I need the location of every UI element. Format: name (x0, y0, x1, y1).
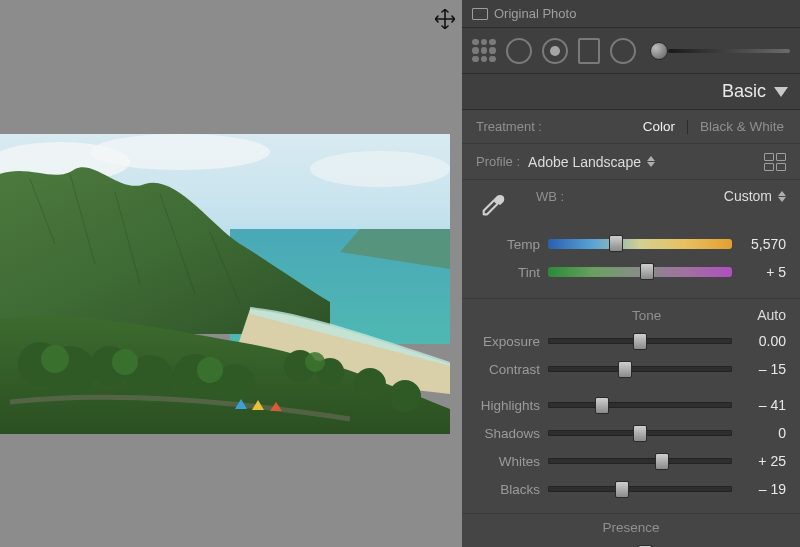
spot-removal-icon[interactable] (506, 38, 532, 64)
blacks-value[interactable]: – 19 (732, 481, 786, 497)
svg-point-4 (90, 134, 270, 170)
treatment-label: Treatment : (476, 119, 542, 134)
tint-slider-row: Tint + 5 (476, 258, 786, 286)
shadows-label: Shadows (476, 426, 548, 441)
exposure-value[interactable]: 0.00 (732, 333, 786, 349)
tint-value[interactable]: + 5 (732, 264, 786, 280)
mask-slider-knob[interactable] (650, 42, 668, 60)
treatment-color[interactable]: Color (641, 119, 677, 134)
exposure-thumb[interactable] (633, 333, 647, 350)
blacks-slider-row: Blacks– 19 (476, 475, 786, 503)
profile-stepper-icon[interactable] (647, 156, 655, 167)
highlights-label: Highlights (476, 398, 548, 413)
presence-block: Presence Texture + 7 (462, 514, 800, 547)
temp-value[interactable]: 5,570 (732, 236, 786, 252)
basic-section-header[interactable]: Basic (462, 74, 800, 110)
whites-value[interactable]: + 25 (732, 453, 786, 469)
temp-thumb[interactable] (609, 235, 623, 252)
exposure-slider-row: Exposure0.00 (476, 327, 786, 355)
basic-title: Basic (722, 81, 766, 102)
develop-panel: Original Photo Basic Treatment : Color B… (462, 0, 800, 547)
exposure-slider[interactable] (548, 338, 732, 344)
svg-point-15 (354, 368, 386, 400)
whites-slider[interactable] (548, 458, 732, 464)
original-photo-label: Original Photo (494, 6, 576, 21)
crop-tool-icon[interactable] (472, 39, 496, 63)
profile-browser-icon[interactable] (764, 153, 786, 171)
highlights-slider[interactable] (548, 402, 732, 408)
shadows-thumb[interactable] (633, 425, 647, 442)
tool-row (462, 28, 800, 74)
wb-value[interactable]: Custom (724, 188, 772, 204)
svg-point-19 (197, 357, 223, 383)
contrast-label: Contrast (476, 362, 548, 377)
original-photo-icon (472, 8, 488, 20)
whites-label: Whites (476, 454, 548, 469)
blacks-label: Blacks (476, 482, 548, 497)
shadows-slider-row: Shadows0 (476, 419, 786, 447)
tone-auto-button[interactable]: Auto (757, 307, 786, 323)
shadows-slider[interactable] (548, 430, 732, 436)
highlights-value[interactable]: – 41 (732, 397, 786, 413)
profile-row: Profile : Adobe Landscape (462, 144, 800, 180)
whites-slider-row: Whites+ 25 (476, 447, 786, 475)
tone-heading: Tone (536, 308, 757, 323)
original-photo-header[interactable]: Original Photo (462, 0, 800, 28)
move-cursor-icon (434, 8, 456, 30)
blacks-slider[interactable] (548, 486, 732, 492)
redeye-tool-icon[interactable] (542, 38, 568, 64)
canvas-area[interactable] (0, 0, 462, 547)
treatment-bw[interactable]: Black & White (698, 119, 786, 134)
svg-point-20 (305, 352, 325, 372)
svg-point-17 (41, 345, 69, 373)
wb-stepper-icon[interactable] (778, 191, 786, 202)
separator (687, 120, 688, 134)
tint-slider[interactable] (548, 267, 732, 277)
whites-thumb[interactable] (655, 453, 669, 470)
contrast-slider-row: Contrast– 15 (476, 355, 786, 383)
tint-thumb[interactable] (640, 263, 654, 280)
temp-label: Temp (476, 237, 548, 252)
white-balance-block: WB : Custom Temp 5,570 Tint + 5 (462, 180, 800, 299)
photo-preview[interactable] (0, 134, 450, 434)
graduated-filter-icon[interactable] (578, 38, 600, 64)
contrast-value[interactable]: – 15 (732, 361, 786, 377)
presence-heading: Presence (476, 520, 786, 535)
profile-label: Profile : (476, 154, 520, 169)
treatment-row: Treatment : Color Black & White (462, 110, 800, 144)
svg-point-5 (310, 151, 450, 187)
highlights-thumb[interactable] (595, 397, 609, 414)
highlights-slider-row: Highlights– 41 (476, 391, 786, 419)
shadows-value[interactable]: 0 (732, 425, 786, 441)
tone-block: Tone Auto Exposure0.00Contrast– 15Highli… (462, 299, 800, 514)
svg-point-16 (389, 380, 421, 412)
svg-point-18 (112, 349, 138, 375)
exposure-label: Exposure (476, 334, 548, 349)
texture-slider-row: Texture + 7 (476, 539, 786, 547)
mask-amount-slider[interactable] (650, 42, 790, 60)
temp-slider-row: Temp 5,570 (476, 230, 786, 258)
contrast-thumb[interactable] (618, 361, 632, 378)
profile-value[interactable]: Adobe Landscape (528, 154, 641, 170)
wb-label: WB : (536, 189, 564, 204)
tint-label: Tint (476, 265, 548, 280)
contrast-slider[interactable] (548, 366, 732, 372)
collapse-icon (774, 87, 788, 97)
radial-filter-icon[interactable] (610, 38, 636, 64)
temp-slider[interactable] (548, 239, 732, 249)
blacks-thumb[interactable] (615, 481, 629, 498)
wb-eyedropper-icon[interactable] (476, 188, 510, 222)
